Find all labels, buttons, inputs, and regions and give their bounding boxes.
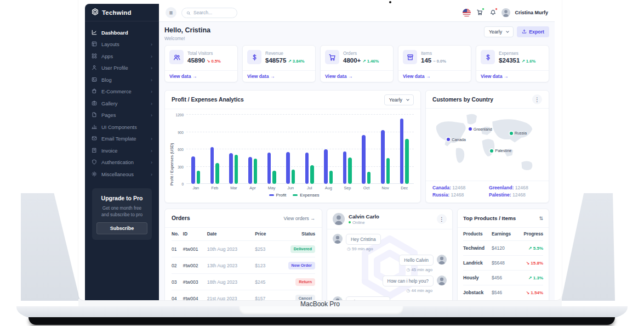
x-tick-label: Jun xyxy=(281,184,300,191)
camera-icon xyxy=(92,100,97,107)
sort-icon[interactable]: ⇅ xyxy=(539,216,543,221)
table-row: 01#tw00110th Aug 2023$253Delivered xyxy=(172,241,315,257)
cart-badge xyxy=(482,8,485,10)
sidebar-item-email-template[interactable]: Email Template› xyxy=(85,133,159,145)
subscribe-button[interactable]: Subscribe xyxy=(96,222,147,234)
bars-layer xyxy=(186,115,414,184)
sidebar-item-e-commerce[interactable]: E-Commerce› xyxy=(85,86,159,98)
brand[interactable]: Techwind xyxy=(85,4,159,21)
chevron-right-icon: › xyxy=(151,77,152,83)
chat-message-right: Hello Calvin xyxy=(333,255,447,266)
chevron-right-icon: › xyxy=(151,148,152,154)
product-name: Landrick xyxy=(463,256,492,271)
view-data-link[interactable]: View data → xyxy=(165,70,237,82)
x-tick-label: Sep xyxy=(338,184,357,191)
sidebar-item-label: Dashboard xyxy=(101,30,128,36)
order-no: 02 xyxy=(172,257,183,274)
order-date: 10th Aug 2023 xyxy=(207,241,255,257)
order-id: #tw003 xyxy=(183,274,207,290)
online-dot-icon xyxy=(444,255,447,257)
map-marker-russia: Russia xyxy=(510,131,527,136)
order-status: New Order xyxy=(272,257,315,274)
sidebar-item-invoice[interactable]: Invoice› xyxy=(85,145,159,157)
product-progress: ↘ 1.54% xyxy=(517,285,543,300)
message-avatar xyxy=(333,296,343,300)
stat-card-top: Expenses$24351↗ 1.6% xyxy=(476,46,549,68)
notification-badge xyxy=(495,8,498,10)
sidebar-item-label: Pages xyxy=(101,113,116,118)
orders-table: No.IDDatePriceStatus01#tw00110th Aug 202… xyxy=(165,228,322,300)
users-icon xyxy=(169,50,184,64)
search-icon xyxy=(186,8,191,18)
product-earnings: $546 xyxy=(492,285,517,300)
user-name[interactable]: Cristina Murfy xyxy=(515,10,548,15)
macbook-mockup: MacBook Pro Techwind DashboardLayouts›Ap… xyxy=(0,0,644,326)
upgrade-card: Upgrade to Pro Get one month free and su… xyxy=(92,188,152,240)
mail-icon xyxy=(92,136,97,142)
chevron-right-icon: › xyxy=(151,89,152,94)
legend-item-expenses[interactable]: Expenses xyxy=(293,193,319,198)
webcam-icon xyxy=(389,1,391,3)
bar-expenses xyxy=(235,155,238,184)
sidebar-item-authentication[interactable]: Authentication› xyxy=(85,157,159,169)
sidebar-item-ui-components[interactable]: UI Components xyxy=(85,121,159,133)
sidebar-item-blog[interactable]: Blog› xyxy=(85,74,159,86)
period-select[interactable]: Yearly xyxy=(484,26,514,37)
chat-message-right: How can i help you? xyxy=(333,276,447,286)
customers-card: Customers by Country ⋮ CanadaGreenlandRu… xyxy=(425,90,549,203)
bar-group-sep xyxy=(338,115,357,184)
view-data-link[interactable]: View data → xyxy=(398,70,471,82)
export-button[interactable]: Export xyxy=(517,26,549,37)
bottom-row: Orders View orders → No.IDDatePriceStatu… xyxy=(164,209,549,300)
settings-icon xyxy=(92,171,97,178)
order-price: $157 xyxy=(255,290,272,301)
middle-row: Profit / Expenses Analytics Yearly Profi… xyxy=(164,90,549,203)
view-data-link[interactable]: View data → xyxy=(321,70,393,82)
products-table: ProductsEarningsProgressTechwind$4120↗ 5… xyxy=(458,228,549,300)
bar-group-dec xyxy=(395,115,414,184)
legend-item-profit[interactable]: Profit xyxy=(269,193,287,198)
chevron-right-icon: › xyxy=(151,54,152,59)
sidebar-item-label: Authentication xyxy=(101,160,134,165)
marker-dot-icon xyxy=(510,132,513,135)
page-content: Hello, Cristina Welcome! Yearly Export xyxy=(159,22,555,300)
more-options-icon[interactable]: ⋮ xyxy=(532,94,542,104)
product-progress: ↗ 1.3% xyxy=(517,271,543,285)
search-input[interactable] xyxy=(193,10,232,15)
table-row: 02#tw00213th Aug 2023$123New Order xyxy=(172,257,315,274)
sidebar-item-layouts[interactable]: Layouts› xyxy=(85,39,159,51)
chart-period-select[interactable]: Yearly xyxy=(384,94,414,105)
online-dot-icon xyxy=(349,221,351,223)
products-col-progress: Progress xyxy=(517,228,543,241)
dashboard-app: Techwind DashboardLayouts›Apps›User Prof… xyxy=(85,4,555,300)
language-flag-icon[interactable] xyxy=(463,9,471,17)
analytics-title: Profit / Expenses Analytics xyxy=(172,97,244,103)
cart-button[interactable] xyxy=(475,8,484,17)
stat-card-top: Items145~ 0.0% xyxy=(398,46,471,68)
shopping-bag-icon xyxy=(92,88,97,95)
menu-toggle-icon[interactable]: ≡ xyxy=(166,7,176,18)
stat-card-top: Total Visitors45890↘ 0.5% xyxy=(165,46,237,68)
user-avatar[interactable] xyxy=(501,8,510,17)
sidebar-item-pages[interactable]: Pages› xyxy=(85,110,159,122)
sidebar-item-gallery[interactable]: Gallery› xyxy=(85,98,159,110)
period-select-value: Yearly xyxy=(489,29,502,35)
stat-card-text: Total Visitors45890↘ 0.5% xyxy=(187,51,221,64)
sidebar-item-dashboard[interactable]: Dashboard xyxy=(85,27,159,39)
view-orders-link[interactable]: View orders → xyxy=(283,216,315,221)
sidebar-item-user-profile[interactable]: User Profile› xyxy=(85,63,159,75)
notifications-button[interactable] xyxy=(488,8,497,17)
view-data-link[interactable]: View data → xyxy=(476,70,549,82)
box-icon xyxy=(403,50,417,64)
y-tick-label: 0 xyxy=(181,182,184,186)
dollar-icon xyxy=(247,50,261,64)
sidebar-item-miscellaneous[interactable]: Miscellaneous› xyxy=(85,168,159,181)
view-data-link[interactable]: View data → xyxy=(243,70,315,82)
sidebar-item-apps[interactable]: Apps› xyxy=(85,50,159,63)
message-bubble: Hello Calvin xyxy=(399,255,434,266)
chat-options-icon[interactable]: ⋮ xyxy=(437,214,447,224)
stat-card-top: Revenue$48575↗ 3.84% xyxy=(243,46,315,68)
table-row: Jobstack$546↘ 1.54% xyxy=(463,285,543,300)
products-col-earnings: Earnings xyxy=(492,228,517,241)
product-name: Techwind xyxy=(463,241,492,256)
